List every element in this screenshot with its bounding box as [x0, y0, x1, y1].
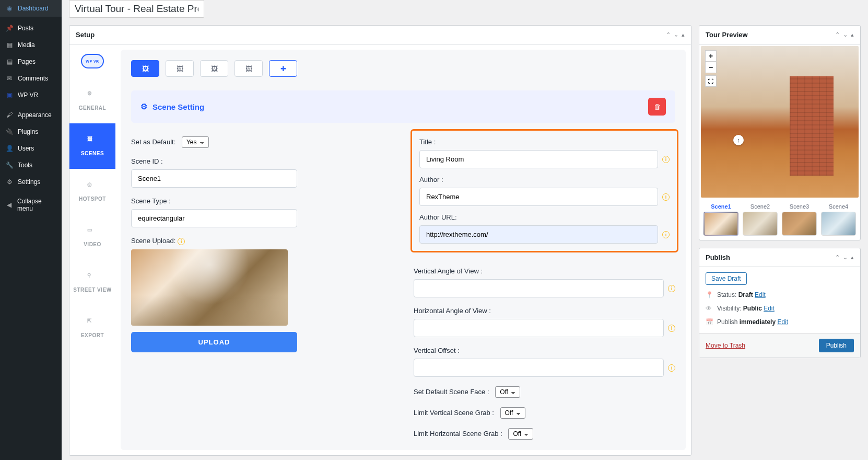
thumb-scene1[interactable]: Scene1 [703, 203, 738, 236]
info-icon[interactable]: i [668, 285, 675, 292]
tour-title-input[interactable] [69, 0, 204, 18]
menu-comments[interactable]: ✉Comments [0, 70, 62, 87]
set-default-select[interactable]: Yes [182, 136, 209, 148]
horizontal-angle-label: Horizontal Angle of View : [414, 307, 675, 315]
save-draft-button[interactable]: Save Draft [706, 272, 747, 285]
menu-collapse[interactable]: ◀Collapse menu [0, 193, 62, 216]
preview-viewport[interactable]: + − ⛶ ↑ [701, 46, 859, 198]
caret-up-icon[interactable]: ▴ [851, 254, 854, 261]
upload-button[interactable]: UPLOAD [131, 332, 297, 352]
video-icon: ▭ [87, 227, 98, 237]
default-face-select[interactable]: Off [495, 386, 520, 398]
info-icon[interactable]: i [668, 364, 675, 372]
delete-scene-button[interactable]: 🗑 [648, 98, 666, 116]
caret-up-icon[interactable]: ⌃ [835, 254, 840, 261]
setup-content: 🖼 🖼 🖼 🖼 ✚ ⚙ Scene Setting [121, 50, 686, 450]
appearance-icon: 🖌 [5, 111, 14, 119]
tab-general[interactable]: ⚙ GENERAL [69, 78, 115, 123]
author-url-input[interactable] [419, 225, 658, 244]
info-icon[interactable]: i [668, 325, 675, 332]
tab-export[interactable]: ⇱ EXPORT [69, 305, 115, 351]
caret-up-icon[interactable]: ▴ [851, 31, 854, 38]
image-icon: 🖼 [177, 65, 183, 73]
tab-scenes[interactable]: 🖼 SCENES [69, 123, 115, 169]
menu-users[interactable]: 👤Users [0, 140, 62, 157]
wpvr-icon: ▣ [5, 91, 14, 99]
vertical-angle-input[interactable] [414, 279, 664, 297]
menu-appearance[interactable]: 🖌Appearance [0, 107, 62, 123]
scene-tab-add[interactable]: ✚ [269, 60, 297, 77]
menu-posts[interactable]: 📌Posts [0, 20, 62, 37]
limit-horizontal-select[interactable]: Off [508, 428, 533, 440]
scene-id-input[interactable] [131, 169, 297, 188]
scene-upload-preview [131, 249, 288, 326]
caret-up-icon[interactable]: ⌃ [835, 31, 840, 38]
gear-icon: ⚙ [87, 90, 98, 101]
image-icon: 🖼 [142, 65, 149, 73]
thumb-scene2[interactable]: Scene2 [743, 203, 778, 236]
visibility-row: 👁 Visibility: Public Edit [706, 305, 854, 312]
caret-down-icon[interactable]: ⌄ [843, 254, 848, 261]
horizontal-angle-input[interactable] [414, 319, 664, 337]
limit-horizontal-label: Limit Horizontal Scene Grab : [414, 430, 502, 438]
scene-tab-4[interactable]: 🖼 [234, 60, 263, 77]
hotspot-marker[interactable]: ↑ [733, 135, 744, 145]
tab-video[interactable]: ▭ VIDEO [69, 214, 115, 260]
edit-schedule-link[interactable]: Edit [777, 318, 788, 326]
menu-tools[interactable]: 🔧Tools [0, 157, 62, 174]
setup-vertical-tabs: WP VR ⚙ GENERAL 🖼 SCENES ◎ [69, 44, 115, 455]
menu-dashboard[interactable]: ◉Dashboard [0, 0, 62, 17]
image-icon: 🖼 [245, 65, 252, 73]
fullscreen-button[interactable]: ⛶ [705, 75, 717, 87]
tour-preview-title: Tour Preview [706, 31, 748, 39]
scene-tabs-row: 🖼 🖼 🖼 🖼 ✚ [131, 60, 675, 77]
schedule-row: 📅 Publish immediately Edit [706, 318, 854, 326]
users-icon: 👤 [5, 144, 14, 153]
scene-upload-label: Scene Upload:i [131, 237, 393, 245]
scene-tab-3[interactable]: 🖼 [200, 60, 228, 77]
limit-vertical-select[interactable]: Off [500, 407, 525, 419]
title-label: Title : [419, 138, 670, 146]
target-icon: ◎ [87, 181, 98, 192]
pin-icon: 📌 [5, 24, 14, 32]
menu-settings[interactable]: ⚙Settings [0, 174, 62, 190]
move-to-trash-link[interactable]: Move to Trash [706, 342, 745, 349]
caret-down-icon[interactable]: ⌄ [674, 31, 678, 38]
edit-status-link[interactable]: Edit [755, 291, 766, 298]
caret-down-icon[interactable]: ⌄ [843, 31, 848, 38]
scene-tab-2[interactable]: 🖼 [166, 60, 194, 77]
media-icon: ▦ [5, 41, 14, 49]
thumb-scene3[interactable]: Scene3 [782, 203, 817, 236]
info-icon[interactable]: i [178, 238, 185, 245]
export-icon: ⇱ [87, 318, 98, 328]
info-icon[interactable]: i [662, 156, 670, 163]
author-label: Author : [419, 176, 670, 183]
info-icon[interactable]: i [662, 231, 670, 238]
author-input[interactable] [419, 188, 658, 206]
menu-pages[interactable]: ▤Pages [0, 53, 62, 70]
scene-tab-1[interactable]: 🖼 [131, 60, 159, 77]
scene-type-input[interactable] [131, 209, 297, 227]
publish-button[interactable]: Publish [819, 339, 854, 352]
menu-plugins[interactable]: 🔌Plugins [0, 123, 62, 140]
street-view-icon: ⚲ [87, 272, 98, 283]
caret-up-icon[interactable]: ▴ [682, 31, 685, 38]
eye-icon: 👁 [706, 305, 713, 312]
thumb-scene4[interactable]: Scene4 [821, 203, 856, 236]
caret-up-icon[interactable]: ⌃ [666, 31, 671, 38]
default-face-label: Set Default Scene Face : [414, 388, 489, 396]
tab-hotspot[interactable]: ◎ HOTSPOT [69, 169, 115, 214]
menu-media[interactable]: ▦Media [0, 37, 62, 53]
tour-preview-metabox: Tour Preview ⌃ ⌄ ▴ + − [699, 25, 861, 240]
title-input[interactable] [419, 150, 658, 168]
limit-vertical-label: Limit Vertical Scene Grab : [414, 409, 494, 417]
plus-icon: ✚ [280, 65, 286, 73]
vertical-offset-input[interactable] [414, 359, 664, 377]
menu-wpvr[interactable]: ▣WP VR [0, 87, 62, 104]
info-icon[interactable]: i [662, 193, 670, 201]
tab-street-view[interactable]: ⚲ STREET VIEW [69, 260, 115, 305]
edit-visibility-link[interactable]: Edit [764, 305, 775, 312]
author-url-label: Author URL: [419, 213, 670, 221]
zoom-out-button[interactable]: − [705, 62, 717, 73]
zoom-in-button[interactable]: + [705, 50, 717, 62]
